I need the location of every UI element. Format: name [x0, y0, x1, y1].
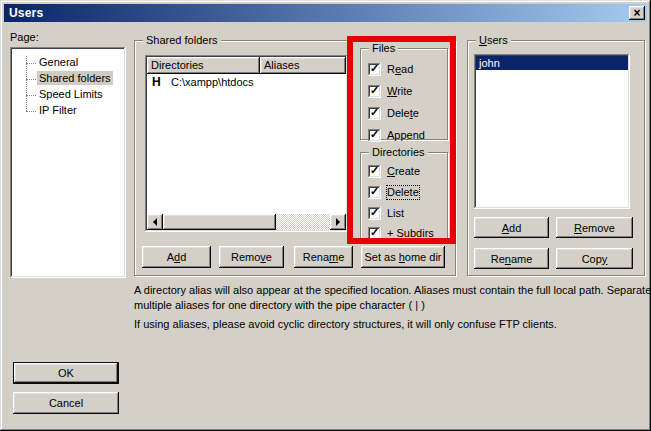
- close-button[interactable]: ×: [629, 6, 645, 20]
- directory-row[interactable]: H C:\xampp\htdocs: [147, 75, 346, 89]
- checkbox-row-list[interactable]: ✓ List: [368, 206, 404, 220]
- right-arrow-icon: [336, 218, 344, 226]
- horizontal-scrollbar[interactable]: [147, 214, 346, 230]
- title-bar[interactable]: Users ×: [4, 4, 647, 22]
- set-as-home-dir-button[interactable]: Set as home dir: [361, 246, 445, 268]
- user-remove-button[interactable]: Remove: [556, 217, 633, 238]
- write-checkbox[interactable]: ✓: [368, 85, 381, 98]
- directories-listview[interactable]: Directories Aliases H C:\xampp\htdocs: [145, 55, 348, 232]
- append-checkbox-label: Append: [387, 129, 425, 142]
- checkmark-icon: ✓: [370, 186, 379, 197]
- close-icon: ×: [633, 7, 640, 19]
- page-item-ip-filter[interactable]: IP Filter: [37, 103, 79, 119]
- checkbox-row-write[interactable]: ✓ Write: [368, 84, 412, 98]
- checkmark-icon: ✓: [370, 227, 379, 238]
- dir-delete-checkbox[interactable]: ✓: [368, 186, 381, 199]
- shared-folders-group-label: Shared folders: [143, 34, 221, 47]
- create-checkbox-label: Create: [387, 165, 420, 178]
- cyclic-warning-text: If using aliases, please avoid cyclic di…: [134, 317, 651, 332]
- tree-connector-lines: [26, 56, 27, 111]
- list-checkbox[interactable]: ✓: [368, 207, 381, 220]
- user-copy-button[interactable]: Copy: [556, 248, 633, 269]
- column-header-directories[interactable]: Directories: [147, 57, 260, 74]
- left-arrow-icon: [149, 218, 157, 226]
- page-label: Page:: [10, 31, 39, 43]
- checkmark-icon: ✓: [370, 165, 379, 176]
- append-checkbox[interactable]: ✓: [368, 129, 381, 142]
- page-item-speed-limits[interactable]: Speed Limits: [37, 87, 105, 103]
- window-title: Users: [9, 6, 43, 20]
- directory-path: C:\xampp\htdocs: [171, 75, 254, 89]
- page-item-general[interactable]: General: [37, 55, 80, 71]
- subdirs-checkbox[interactable]: ✓: [368, 227, 381, 240]
- ok-button[interactable]: OK: [13, 362, 119, 384]
- page-list[interactable]: General Shared folders Speed Limits IP F…: [10, 47, 126, 278]
- checkmark-icon: ✓: [370, 85, 379, 96]
- users-list[interactable]: john: [474, 54, 630, 209]
- folder-remove-button[interactable]: Remove: [219, 246, 284, 268]
- checkbox-row-create[interactable]: ✓ Create: [368, 164, 420, 178]
- checkbox-row-dir-delete[interactable]: ✓ Delete: [368, 185, 419, 199]
- file-delete-checkbox[interactable]: ✓: [368, 107, 381, 120]
- checkbox-row-read[interactable]: ✓ Read: [368, 62, 413, 76]
- user-item-john[interactable]: john: [476, 56, 628, 70]
- listview-header: Directories Aliases: [147, 57, 346, 74]
- folder-add-button[interactable]: Add: [142, 246, 211, 268]
- alias-help-text: A directory alias will also appear at th…: [134, 283, 651, 313]
- scroll-right-button[interactable]: [330, 214, 346, 230]
- page-item-shared-folders[interactable]: Shared folders: [37, 71, 113, 87]
- checkbox-row-subdirs[interactable]: ✓ + Subdirs: [368, 226, 434, 240]
- checkmark-icon: ✓: [370, 129, 379, 140]
- file-delete-checkbox-label: Delete: [387, 107, 419, 120]
- folder-rename-button[interactable]: Rename: [294, 246, 353, 268]
- checkbox-row-file-delete[interactable]: ✓ Delete: [368, 106, 419, 120]
- read-checkbox-label: Read: [387, 63, 413, 76]
- directories-permissions-group: Directories ✓ Create ✓ Delete ✓ List ✓ +…: [360, 152, 448, 240]
- scrollbar-thumb[interactable]: [163, 214, 276, 230]
- home-directory-marker: H: [152, 75, 161, 89]
- cancel-button[interactable]: Cancel: [13, 392, 119, 414]
- write-checkbox-label: Write: [387, 85, 412, 98]
- scroll-left-button[interactable]: [147, 214, 163, 230]
- users-group-label: Users: [476, 34, 511, 47]
- checkmark-icon: ✓: [370, 107, 379, 118]
- user-add-button[interactable]: Add: [474, 217, 549, 238]
- checkmark-icon: ✓: [370, 63, 379, 74]
- dir-delete-checkbox-label: Delete: [387, 186, 419, 199]
- users-dialog-window: Users × Page: General Shared folders Spe…: [0, 0, 651, 431]
- create-checkbox[interactable]: ✓: [368, 165, 381, 178]
- directories-group-label: Directories: [369, 146, 428, 159]
- subdirs-checkbox-label: + Subdirs: [387, 227, 434, 240]
- column-header-aliases[interactable]: Aliases: [260, 57, 346, 74]
- users-group: Users john Add Remove Rename Copy: [467, 40, 645, 276]
- files-permissions-group: Files ✓ Read ✓ Write ✓ Delete ✓ Append: [360, 48, 448, 140]
- read-checkbox[interactable]: ✓: [368, 63, 381, 76]
- checkmark-icon: ✓: [370, 207, 379, 218]
- files-group-label: Files: [369, 42, 398, 55]
- checkbox-row-append[interactable]: ✓ Append: [368, 128, 425, 142]
- user-rename-button[interactable]: Rename: [474, 248, 549, 269]
- list-checkbox-label: List: [387, 207, 404, 220]
